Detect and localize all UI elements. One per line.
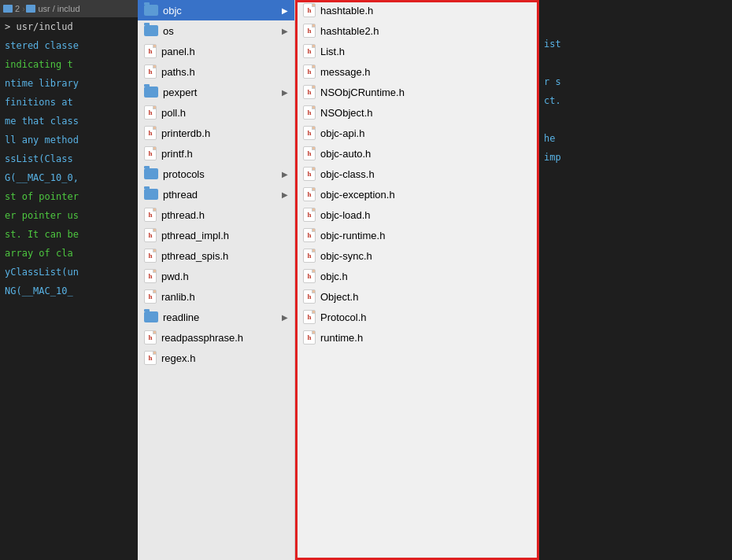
file-row-objc-load[interactable]: objc-load.h [295, 204, 539, 225]
file-name-objc-sync: objc-sync.h [320, 250, 531, 262]
file-name-objc: objc.h [320, 271, 531, 282]
folder-icon-protocols [144, 168, 158, 179]
file-row-paths[interactable]: paths.h [138, 61, 294, 82]
folder-row-os[interactable]: os ▶ [138, 20, 294, 41]
folder-name-os: os [163, 25, 277, 37]
file-row-readpassphrase[interactable]: readpassphrase.h [138, 327, 294, 348]
code-line: stered classe [0, 36, 138, 55]
file-row-hashtable[interactable]: hashtable.h [295, 0, 539, 20]
h-file-icon [144, 126, 157, 140]
code-line: ntime library [0, 74, 138, 93]
file-row-printf[interactable]: printf.h [138, 143, 294, 164]
code-content-right: ist r s ct. he imp [539, 35, 732, 167]
h-file-icon [144, 146, 157, 160]
breadcrumb-label: 2 [15, 4, 20, 13]
code-line-right: r s [539, 72, 732, 91]
file-row-protocol[interactable]: Protocol.h [295, 307, 539, 327]
file-row-objc-runtime[interactable]: objc-runtime.h [295, 225, 539, 245]
file-name-ranlib: ranlib.h [161, 291, 288, 303]
file-row-pthread-h[interactable]: pthread.h [138, 204, 294, 225]
code-line: NG(__MAC_10_ [0, 282, 138, 300]
file-row-message[interactable]: message.h [295, 61, 539, 82]
folder-name-protocols: protocols [163, 168, 277, 180]
code-line: me that class [0, 112, 138, 131]
file-row-objc[interactable]: objc.h [295, 266, 539, 286]
folder-row-pexpert[interactable]: pexpert ▶ [138, 82, 294, 102]
file-name-nsobject: NSObject.h [320, 107, 531, 119]
folder-row-objc[interactable]: objc ▶ [138, 0, 294, 20]
h-file-icon [144, 228, 157, 242]
folder-icon-pthread [144, 189, 158, 200]
file-row-objc-class[interactable]: objc-class.h [295, 164, 539, 184]
file-name-nsobjcruntime: NSObjCRuntime.h [320, 87, 531, 98]
h-file-icon [303, 167, 316, 181]
h-file-icon [303, 187, 316, 201]
code-content: > usr/includ stered classe indicating t … [0, 17, 138, 300]
h-file-icon [303, 24, 316, 38]
h-file-icon [303, 126, 316, 140]
folder-name-objc: objc [163, 5, 277, 17]
h-file-icon [144, 105, 157, 120]
h-file-icon [144, 44, 157, 58]
code-line: finitions at [0, 93, 138, 112]
file-name-objc-auto: objc-auto.h [320, 148, 531, 160]
h-file-icon [144, 330, 157, 344]
file-name-pthread-impl: pthread_impl.h [161, 230, 288, 241]
file-row-objc-sync[interactable]: objc-sync.h [295, 245, 539, 266]
file-row-pwd[interactable]: pwd.h [138, 266, 294, 286]
breadcrumb: 2 › usr / includ [0, 0, 138, 17]
file-name-objc-exception: objc-exception.h [320, 189, 531, 201]
file-row-list[interactable]: List.h [295, 41, 539, 61]
file-row-objc-api[interactable]: objc-api.h [295, 123, 539, 143]
file-name-poll: poll.h [161, 107, 288, 119]
file-name-hashtable: hashtable.h [320, 5, 531, 17]
code-line: yClassList(un [0, 263, 138, 282]
h-file-icon [144, 208, 157, 222]
file-row-panel[interactable]: panel.h [138, 41, 294, 61]
file-name-printerdb: printerdb.h [161, 127, 288, 139]
h-file-icon [144, 249, 157, 263]
folder-icon-objc [144, 5, 158, 16]
file-name-regex: regex.h [161, 352, 288, 364]
file-row-ranlib[interactable]: ranlib.h [138, 286, 294, 307]
h-file-icon [303, 146, 316, 160]
folder-row-pthread[interactable]: pthread ▶ [138, 184, 294, 204]
file-row-hashtable2[interactable]: hashtable2.h [295, 20, 539, 41]
h-file-icon [303, 330, 316, 344]
code-line: G(__MAC_10_0, [0, 168, 138, 187]
file-browser-mid[interactable]: objc ▶ os ▶ panel.h paths.h pexpert ▶ po… [138, 0, 295, 560]
breadcrumb-item: 2 › [3, 4, 24, 13]
file-name-hashtable2: hashtable2.h [320, 25, 531, 37]
h-file-icon [303, 289, 316, 304]
folder-name-pexpert: pexpert [163, 87, 277, 98]
file-name-paths: paths.h [161, 66, 288, 78]
file-row-pthread-spis[interactable]: pthread_spis.h [138, 245, 294, 266]
breadcrumb-label-2: usr [38, 4, 50, 13]
code-line: ll any method [0, 131, 138, 149]
file-browser-right[interactable]: hashtable.h hashtable2.h List.h message.… [295, 0, 539, 560]
code-line: st. It can be [0, 225, 138, 244]
h-file-icon [303, 85, 316, 99]
folder-row-protocols[interactable]: protocols ▶ [138, 164, 294, 184]
file-name-pthread-spis: pthread_spis.h [161, 250, 288, 262]
file-name-message: message.h [320, 66, 531, 78]
folder-icon-readline [144, 311, 158, 322]
arrow-right-icon: ▶ [282, 170, 288, 179]
file-row-nsobjcruntime[interactable]: NSObjCRuntime.h [295, 82, 539, 102]
file-row-runtime[interactable]: runtime.h [295, 327, 539, 348]
file-row-nsobject[interactable]: NSObject.h [295, 102, 539, 123]
file-name-pthread-h: pthread.h [161, 209, 288, 221]
folder-row-readline[interactable]: readline ▶ [138, 307, 294, 327]
file-name-objc-class: objc-class.h [320, 168, 531, 180]
file-row-poll[interactable]: poll.h [138, 102, 294, 123]
file-row-objc-auto[interactable]: objc-auto.h [295, 143, 539, 164]
file-name-readpassphrase: readpassphrase.h [161, 332, 288, 344]
file-row-printerdb[interactable]: printerdb.h [138, 123, 294, 143]
file-row-object[interactable]: Object.h [295, 286, 539, 307]
file-row-regex[interactable]: regex.h [138, 348, 294, 368]
file-row-pthread-impl[interactable]: pthread_impl.h [138, 225, 294, 245]
file-name-objc-api: objc-api.h [320, 127, 531, 139]
arrow-right-icon: ▶ [282, 190, 288, 199]
breadcrumb-item-2: usr / includ [26, 4, 79, 13]
file-row-objc-exception[interactable]: objc-exception.h [295, 184, 539, 204]
